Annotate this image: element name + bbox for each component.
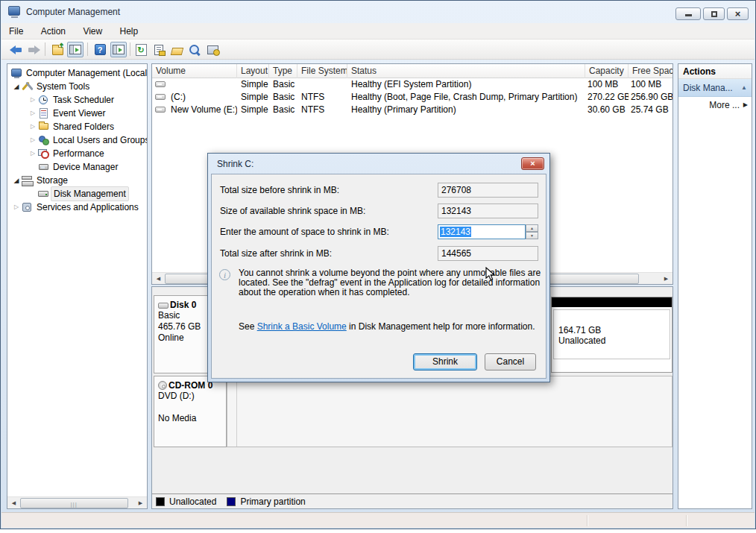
available-space-field: 132143 (438, 204, 538, 218)
performance-icon (38, 148, 51, 160)
tree-item-system-tools[interactable]: ◢ System Tools (7, 80, 147, 93)
minimize-button[interactable] (675, 7, 701, 20)
shrink-dialog: Shrink C: × Total size before shrink in … (207, 153, 550, 382)
shrink-amount-label: Enter the amount of space to shrink in M… (220, 227, 389, 237)
cdrom-icon (158, 381, 167, 390)
expander-collapsed-icon[interactable]: ▷ (28, 147, 38, 160)
title-bar[interactable]: Computer Management × (1, 1, 755, 23)
menu-action[interactable]: Action (34, 23, 73, 40)
actions-panel: Actions Disk Mana... ▲ More ... ▶ (678, 63, 752, 509)
shrink-basic-volume-link[interactable]: Shrink a Basic Volume (257, 321, 347, 332)
shrink-dialog-titlebar[interactable]: Shrink C: × (208, 154, 549, 174)
total-after-field: 144565 (438, 246, 538, 261)
tree-item-disk-management[interactable]: Disk Management (7, 187, 147, 201)
actions-more[interactable]: More ... ▶ (678, 97, 752, 113)
column-header-volume[interactable]: Volume (152, 64, 237, 78)
help-button[interactable]: ? (92, 42, 108, 57)
shrink-amount-spinner: ▲ ▼ (526, 224, 538, 239)
find-icon (189, 44, 201, 56)
tree-item-local-users-groups[interactable]: ▷ Local Users and Groups (7, 133, 147, 147)
expander-collapsed-icon[interactable]: ▷ (28, 120, 38, 133)
manage-button[interactable] (204, 42, 221, 57)
expander-collapsed-icon[interactable]: ▷ (28, 133, 38, 147)
collapse-chevron-icon[interactable]: ▲ (741, 79, 747, 97)
scroll-right-icon[interactable]: ▶ (661, 274, 672, 284)
tree-item-performance[interactable]: ▷ Performance (7, 147, 147, 160)
actions-disk-management-group[interactable]: Disk Mana... ▲ (678, 79, 752, 97)
back-button[interactable] (7, 42, 24, 57)
scrollbar-thumb[interactable]: ||| (20, 498, 128, 508)
cdrom-media: No Media (158, 413, 223, 424)
cancel-button[interactable]: Cancel (485, 353, 536, 370)
tree-item-storage[interactable]: ◢ Storage (7, 174, 147, 187)
more-arrow-icon: ▶ (743, 97, 748, 113)
manage-computer-icon (207, 45, 218, 54)
action-pane-icon (113, 45, 125, 54)
expander-expanded-icon[interactable]: ◢ (11, 80, 22, 93)
total-before-field: 276708 (438, 183, 538, 198)
refresh-button[interactable]: ↻ (133, 42, 149, 57)
expander-collapsed-icon[interactable]: ▷ (28, 107, 38, 120)
column-header-status[interactable]: Status (347, 64, 585, 78)
export-list-button[interactable] (49, 42, 66, 57)
cdrom-label-box[interactable]: CD-ROM 0 DVD (D:) No Media (154, 376, 227, 447)
actions-header: Actions (678, 64, 752, 79)
unallocated-partition-block[interactable]: 164.71 GB Unallocated (551, 297, 672, 373)
menu-view[interactable]: View (75, 23, 110, 40)
spinner-up-icon[interactable]: ▲ (526, 224, 538, 232)
expander-collapsed-icon[interactable]: ▷ (28, 93, 38, 107)
restore-button[interactable] (703, 7, 725, 20)
shrink-button[interactable]: Shrink (413, 353, 477, 370)
system-tools-icon (22, 81, 34, 92)
tree-item-computer-management[interactable]: Computer Management (Local) (7, 66, 147, 80)
console-tree-icon (69, 45, 81, 54)
column-header-capacity[interactable]: Capacity (585, 64, 629, 78)
tree-item-device-manager[interactable]: Device Manager (7, 160, 147, 174)
forward-button[interactable] (25, 42, 42, 57)
disk-management-icon (38, 189, 51, 200)
show-hide-console-tree-button[interactable] (67, 42, 84, 57)
scroll-left-icon[interactable]: ◀ (153, 274, 164, 284)
spinner-down-icon[interactable]: ▼ (526, 232, 538, 239)
column-header-file-system[interactable]: File System (297, 64, 347, 78)
computer-icon (11, 68, 24, 79)
volume-icon (155, 81, 166, 87)
column-header-layout[interactable]: Layout (237, 64, 269, 78)
tree-horizontal-scrollbar[interactable]: ◀ ||| ▶ (7, 496, 147, 508)
open-button[interactable] (168, 42, 185, 57)
unallocated-label: Unallocated (558, 335, 670, 346)
toolbar-separator (130, 42, 130, 56)
scroll-left-icon[interactable]: ◀ (8, 498, 19, 508)
scroll-right-icon[interactable]: ▶ (135, 498, 146, 508)
dialog-close-button[interactable]: × (521, 157, 544, 170)
tree-item-shared-folders[interactable]: ▷ Shared Folders (7, 120, 147, 133)
volume-row-efi[interactable]: Simple Basic Healthy (EFI System Partiti… (152, 78, 672, 91)
refresh-icon: ↻ (136, 44, 147, 56)
volume-row-e[interactable]: New Volume (E:) Simple Basic NTFS Health… (152, 104, 672, 116)
event-viewer-icon (38, 108, 51, 119)
tree-item-task-scheduler[interactable]: ▷ Task Scheduler (7, 93, 147, 107)
tree-item-services-applications[interactable]: ▷ Services and Applications (7, 201, 147, 214)
computer-management-window: Computer Management × File Action View H… (0, 0, 756, 529)
close-icon: × (530, 159, 535, 168)
expander-collapsed-icon[interactable]: ▷ (11, 201, 22, 214)
menu-file[interactable]: File (1, 23, 31, 40)
minimize-icon (685, 14, 692, 16)
storage-icon (22, 175, 34, 186)
properties-button[interactable] (151, 42, 167, 57)
available-space-label: Size of available shrink space in MB: (220, 206, 365, 216)
close-button[interactable]: × (727, 7, 749, 20)
show-hide-action-pane-button[interactable] (110, 42, 127, 57)
column-header-free-space[interactable]: Free Space (629, 64, 673, 78)
menu-help[interactable]: Help (113, 23, 146, 40)
shrink-amount-input[interactable]: 132143 (438, 224, 526, 239)
tree-item-event-viewer[interactable]: ▷ Event Viewer (7, 107, 147, 120)
task-scheduler-icon (38, 95, 51, 106)
column-header-type[interactable]: Type (269, 64, 297, 78)
expander-expanded-icon[interactable]: ◢ (11, 174, 22, 187)
volume-row-c[interactable]: (C:) Simple Basic NTFS Healthy (Boot, Pa… (152, 91, 672, 104)
find-button[interactable] (186, 42, 203, 57)
device-manager-icon (38, 162, 51, 173)
console-tree-panel: Computer Management (Local) ◢ System Too… (7, 63, 148, 509)
dialog-help-line: See Shrink a Basic Volume in Disk Manage… (239, 321, 544, 332)
